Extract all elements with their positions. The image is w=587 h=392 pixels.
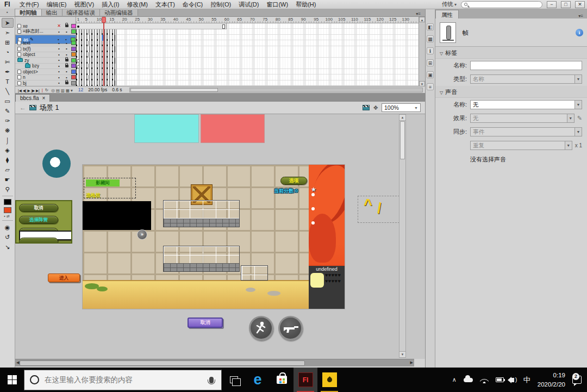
timeline-frames[interactable]: 1510152025303540455055606570758085909510… [76,17,419,86]
edge-browser-button[interactable]: e [246,368,270,392]
fill-color-swatch[interactable] [4,207,11,213]
stage-scroll-left[interactable]: ◀ [16,360,19,365]
cancel-purple-button[interactable]: 取消 [188,318,223,328]
sound-sync-select[interactable]: 事件 ▼ [470,127,582,136]
label-type-select[interactable]: 名称 ▼ [470,74,582,84]
stage-vertical-scrollbar[interactable]: ▲ ▼ [399,114,406,358]
layer-name[interactable]: object> [23,69,38,74]
ime-indicator[interactable]: 中 [523,375,530,385]
caret-dashed-box[interactable]: ^ | [358,196,399,223]
taskbar-clock[interactable]: 0:19 2020/2/20 [538,371,565,389]
stage-vscroll-thumb[interactable] [400,121,405,159]
edit-envelope-pencil-icon[interactable]: ✎ [577,115,582,122]
timeline-ruler[interactable]: 1510152025303540455055606570758085909510… [76,17,419,23]
weapon-badge[interactable] [278,316,303,340]
straighten-option-icon[interactable]: ↘ [2,242,14,252]
start-button[interactable] [0,368,24,392]
layer-visibility-toggle[interactable]: • [56,52,62,57]
dropdown-arrow-icon[interactable]: ▼ [574,128,582,136]
layer-lock-toggle[interactable] [64,80,70,85]
menubar-item[interactable]: 文件(F) [16,1,43,8]
layer-visibility-toggle[interactable]: • [56,64,62,69]
layer-frames-dense[interactable] [76,29,117,35]
free-transform-tool[interactable]: ⊞ [2,38,14,47]
pencil-tool[interactable]: ✎ [2,106,14,116]
menubar-item[interactable]: 编辑(E) [43,1,71,8]
frame-rate-field[interactable]: 20.00 fps [88,87,107,92]
layer-row[interactable]: bj• [15,80,76,86]
layer-outline-color[interactable] [71,81,76,85]
history-panel-icon[interactable]: ≡ [427,83,434,90]
layer-lock-toggle[interactable] [64,64,70,69]
layer-name[interactable]: text [23,40,30,46]
layer-lock-toggle[interactable] [64,23,70,28]
sound-repeat-select[interactable]: 重复 ▼ [470,141,572,150]
scroll-up-arrow[interactable]: ▲ [419,17,425,22]
salmon-rectangle-shape[interactable] [201,114,265,143]
eyedropper-tool[interactable]: ⧫ [2,155,14,165]
back-arrow-icon[interactable]: ← [20,104,26,111]
layer-lock-toggle[interactable]: • [64,52,70,57]
library-panel-icon[interactable]: ▣ [427,71,434,78]
layer-frames-dense[interactable] [76,75,117,81]
center-frame-icon[interactable]: ◎ [51,88,55,93]
stage-scroll-up[interactable]: ▲ [399,115,405,121]
brick-platform-lower[interactable] [163,246,240,272]
app-search-box[interactable] [461,1,542,8]
layer-frames-span[interactable] [76,23,227,29]
layer-frames-dense[interactable] [76,69,117,75]
volume-icon[interactable] [511,378,514,382]
brick-platform-small[interactable] [241,265,268,281]
layer-outline-color[interactable] [71,64,76,68]
character-badge[interactable] [249,316,273,340]
layer-name[interactable]: tx(f) [23,46,31,52]
undefined-hud-box[interactable]: undefined ♥♥♥♥♥ ♥♥♥♥♥ [309,265,345,309]
tray-expand-icon[interactable]: ∧ [452,376,457,383]
cancel-game-button[interactable]: 取消 [19,204,58,212]
layer-frames-o-dense[interactable] [76,58,117,64]
menubar-item[interactable]: 文本(T) [152,1,179,8]
stage-horizontal-scrollbar[interactable]: ◀ ▶ [15,359,414,366]
battery-icon[interactable] [496,377,504,382]
playhead[interactable] [102,17,106,86]
brush-tool[interactable]: ✑ [2,116,14,126]
menubar-item[interactable]: 控制(O) [207,1,235,8]
layer-name[interactable]: n [23,74,26,80]
microsoft-store-button[interactable] [270,368,294,392]
onedrive-cloud-icon[interactable] [464,378,473,382]
panel-tab-编译器错误[interactable]: 编译器错误 [63,9,101,16]
enter-button[interactable]: 进入 [48,273,80,282]
black-rectangle-shape[interactable] [83,201,151,230]
menubar-item[interactable]: 插入(I) [98,1,123,8]
teal-donut-shape[interactable] [42,150,71,178]
edit-scene-icon[interactable] [363,105,370,110]
layer-name[interactable]: object [23,52,35,57]
layer-outline-color[interactable] [71,75,76,79]
layer-outline-color[interactable] [71,41,76,45]
timeline-vertical-scrollbar[interactable]: ▲ ▼ [419,17,425,86]
room-green-badge[interactable]: 影藏间 [86,179,120,186]
pen-tool[interactable]: ✒ [2,67,14,77]
playhead-handle[interactable] [102,17,106,23]
restore-button[interactable]: □ [561,1,571,8]
layer-visibility-toggle[interactable]: • [56,29,62,34]
panel-tab-动画编辑器[interactable]: 动画编辑器 [100,9,138,16]
layer-frames-o-dense[interactable] [76,64,117,70]
menubar-item[interactable]: 修改(M) [123,1,152,8]
zoom-tool[interactable]: ⚲ [2,184,14,194]
timeline-hscroll-thumb[interactable] [130,88,218,92]
taskbar-search-box[interactable] [24,370,222,390]
menubar-item[interactable]: 调试(D) [235,1,263,8]
layer-lock-toggle[interactable]: • [64,46,70,51]
stroke-color-swatch[interactable] [4,199,11,205]
sound-name-select[interactable]: 无 ▼ [470,100,582,109]
layer-lock-toggle[interactable]: • [64,69,70,74]
close-button[interactable]: ✕ [575,1,585,8]
rectangle-tool[interactable]: ▭ [2,96,14,106]
snap-to-objects-icon[interactable]: ◉ [2,222,14,232]
stage-scroll-down[interactable]: ▼ [399,351,405,357]
menubar-item[interactable]: 命令(C) [179,1,207,8]
deco-tool[interactable]: ❋ [2,126,14,135]
cyan-rectangle-shape[interactable] [134,114,199,143]
layer-row[interactable]: tx(f)•• [15,46,76,52]
